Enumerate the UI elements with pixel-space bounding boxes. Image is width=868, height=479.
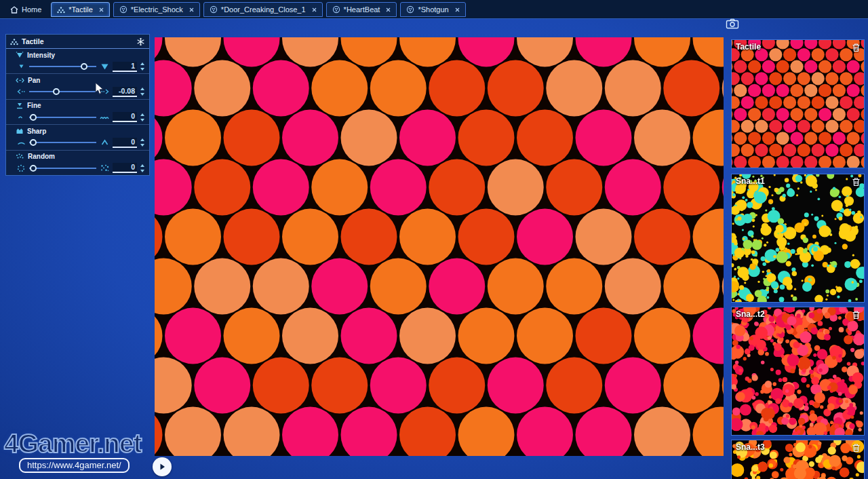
trash-icon[interactable] <box>852 310 861 320</box>
random-value[interactable]: 0 <box>113 163 137 173</box>
thumbnail-label: Sna...t3 <box>736 442 765 452</box>
tab-bar: Home *Tactile *Electric_Shock <box>0 0 868 19</box>
intensity-slider[interactable] <box>29 62 96 71</box>
snapshot-thumbnail-t3[interactable]: Sna...t3 <box>731 440 865 479</box>
thumbnail-label: Sna...t2 <box>736 309 765 319</box>
snapshot-thumbnail-tactile[interactable]: Tactile <box>731 39 865 168</box>
slider-handle[interactable] <box>81 63 87 70</box>
close-icon[interactable] <box>386 7 391 12</box>
param-section-pan: Pan -0.08 <box>6 74 149 99</box>
intensity-min-icon <box>16 64 26 69</box>
slider-handle[interactable] <box>30 165 37 172</box>
pattern-canvas <box>732 40 864 168</box>
tab-tactile[interactable]: *Tactile <box>51 2 109 17</box>
param-name: Pan <box>28 77 40 84</box>
panel-title: Tactile <box>22 37 43 45</box>
intensity-icon <box>16 52 24 58</box>
intensity-max-icon <box>99 63 110 71</box>
pan-slider[interactable] <box>29 87 96 96</box>
tactile-dots-icon <box>10 38 18 45</box>
pan-right-icon <box>99 89 110 94</box>
sharp-slider[interactable] <box>29 138 96 147</box>
sharp-value[interactable]: 0 <box>113 138 137 148</box>
pattern-canvas <box>732 174 864 302</box>
home-icon <box>10 6 18 14</box>
random-min-icon <box>16 164 26 172</box>
close-icon[interactable] <box>455 7 460 12</box>
haptic-clip-icon <box>210 5 218 14</box>
haptic-clip-icon <box>406 5 414 14</box>
random-slider[interactable] <box>29 164 96 173</box>
param-name: Fine <box>27 102 41 109</box>
pattern-canvas[interactable] <box>155 37 724 456</box>
param-section-intensity: Intensity 1 <box>6 49 149 74</box>
fine-min-icon <box>16 114 26 120</box>
tab-home[interactable]: Home <box>4 2 47 17</box>
pan-spinner[interactable] <box>140 87 145 96</box>
thumbnail-label: Sna...t1 <box>736 176 765 186</box>
fine-icon <box>16 102 24 109</box>
param-name: Intensity <box>27 52 55 59</box>
play-button[interactable] <box>153 457 172 476</box>
tactile-dots-icon <box>57 6 65 14</box>
tab-label: Home <box>22 5 41 14</box>
effect-properties-panel: Tactile Intensity <box>5 34 150 176</box>
random-spinner[interactable] <box>140 164 145 173</box>
fine-spinner[interactable] <box>140 113 145 122</box>
trash-icon[interactable] <box>852 177 861 187</box>
panel-header: Tactile <box>6 35 149 49</box>
intensity-value[interactable]: 1 <box>113 62 137 72</box>
tab-heartbeat[interactable]: *HeartBeat <box>326 2 397 17</box>
param-name: Random <box>28 153 55 160</box>
param-section-sharp: Sharp 0 <box>6 125 149 150</box>
haptic-pattern-canvas[interactable] <box>155 37 724 456</box>
intensity-spinner[interactable] <box>140 62 145 71</box>
pan-icon <box>16 77 24 83</box>
tab-door-creaking-close-1[interactable]: *Door_Creaking_Close_1 <box>203 2 323 17</box>
fine-value[interactable]: 0 <box>113 112 137 122</box>
sharp-max-icon <box>99 139 110 146</box>
watermark: 4Gamer.net https://www.4gamer.net/ <box>4 429 141 473</box>
close-icon[interactable] <box>189 7 194 12</box>
tab-electric-shock[interactable]: *Electric_Shock <box>113 2 200 17</box>
thumbnail-label: Tactile <box>736 42 761 52</box>
snapshot-camera-button[interactable] <box>724 17 741 31</box>
camera-icon <box>726 18 739 29</box>
sharp-min-icon <box>16 140 26 146</box>
fine-slider[interactable] <box>29 113 96 122</box>
pattern-canvas <box>732 307 864 435</box>
play-icon <box>158 463 166 471</box>
watermark-url: https://www.4gamer.net/ <box>19 458 130 473</box>
close-icon[interactable] <box>99 7 104 12</box>
snapshot-thumbnail-t1[interactable]: Sna...t1 <box>731 174 865 303</box>
pan-left-icon <box>16 89 26 94</box>
watermark-title: 4Gamer.net <box>4 429 141 459</box>
tab-label: *Door_Creaking_Close_1 <box>221 5 306 14</box>
tab-label: *Shotgun <box>418 5 448 14</box>
param-section-random: Random 0 <box>6 151 149 175</box>
sharp-icon <box>16 128 24 134</box>
pan-value[interactable]: -0.08 <box>113 87 137 97</box>
slider-handle[interactable] <box>30 114 37 121</box>
app-window: Home *Tactile *Electric_Shock <box>0 0 868 479</box>
tab-label: *HeartBeat <box>344 5 380 14</box>
param-section-fine: Fine 0 <box>6 100 149 125</box>
sharp-spinner[interactable] <box>140 138 145 147</box>
tab-label: *Tactile <box>68 5 92 14</box>
fine-max-icon <box>99 114 110 120</box>
haptic-clip-icon <box>119 5 127 14</box>
snapshot-thumbnail-t2[interactable]: Sna...t2 <box>731 307 865 436</box>
slider-handle[interactable] <box>53 88 60 95</box>
trash-icon[interactable] <box>852 443 861 453</box>
random-icon <box>16 153 24 160</box>
haptic-clip-icon <box>332 5 340 14</box>
tab-shotgun[interactable]: *Shotgun <box>400 2 465 17</box>
trash-icon[interactable] <box>852 43 861 52</box>
param-name: Sharp <box>27 128 46 135</box>
snowflake-icon[interactable] <box>136 37 145 46</box>
tab-label: *Electric_Shock <box>131 5 183 14</box>
slider-handle[interactable] <box>30 139 37 146</box>
random-max-icon <box>99 164 110 172</box>
close-icon[interactable] <box>312 7 317 12</box>
